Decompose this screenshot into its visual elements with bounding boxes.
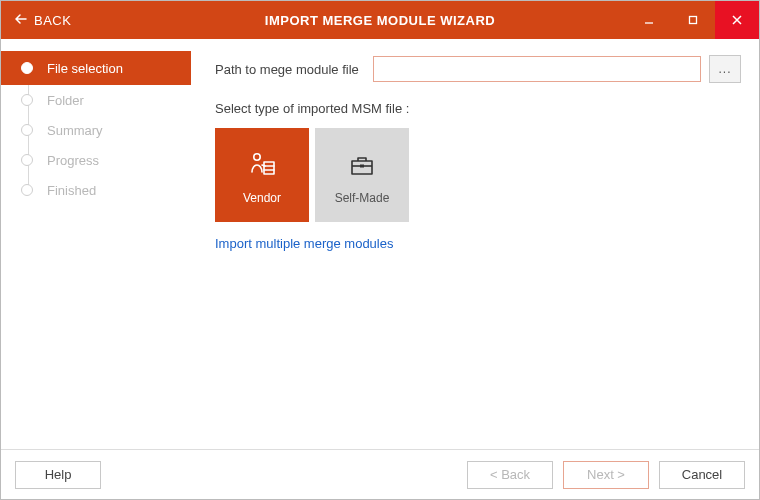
back-label: BACK bbox=[34, 13, 71, 28]
step-file-selection[interactable]: File selection bbox=[1, 51, 191, 85]
browse-label: ... bbox=[718, 62, 731, 76]
cancel-label: Cancel bbox=[682, 467, 722, 482]
content-area: Path to mege module file ... Select type… bbox=[191, 39, 759, 449]
next-button[interactable]: Next > bbox=[563, 461, 649, 489]
step-label: Progress bbox=[47, 153, 99, 168]
body: File selection Folder Summary Progress F… bbox=[1, 39, 759, 449]
step-label: Folder bbox=[47, 93, 84, 108]
step-finished[interactable]: Finished bbox=[1, 175, 191, 205]
path-row: Path to mege module file ... bbox=[215, 55, 741, 83]
step-summary[interactable]: Summary bbox=[1, 115, 191, 145]
path-input[interactable] bbox=[373, 56, 701, 82]
step-folder[interactable]: Folder bbox=[1, 85, 191, 115]
footer: Help < Back Next > Cancel bbox=[1, 449, 759, 499]
minimize-button[interactable] bbox=[627, 1, 671, 39]
step-dot-icon bbox=[21, 154, 33, 166]
svg-rect-5 bbox=[360, 165, 364, 168]
maximize-button[interactable] bbox=[671, 1, 715, 39]
tile-vendor[interactable]: Vendor bbox=[215, 128, 309, 222]
window-controls bbox=[627, 1, 759, 39]
type-tiles: Vendor Self-Made bbox=[215, 128, 741, 222]
import-multiple-link[interactable]: Import multiple merge modules bbox=[215, 236, 741, 251]
select-type-label: Select type of imported MSM file : bbox=[215, 101, 741, 116]
back-button[interactable]: BACK bbox=[1, 1, 85, 39]
tile-selfmade[interactable]: Self-Made bbox=[315, 128, 409, 222]
tile-selfmade-label: Self-Made bbox=[335, 191, 390, 205]
close-button[interactable] bbox=[715, 1, 759, 39]
path-label: Path to mege module file bbox=[215, 62, 359, 77]
vendor-icon bbox=[245, 145, 279, 185]
titlebar: BACK IMPORT MERGE MODULE WIZARD bbox=[1, 1, 759, 39]
step-dot-icon bbox=[21, 62, 33, 74]
wizard-window: BACK IMPORT MERGE MODULE WIZARD File sel… bbox=[0, 0, 760, 500]
step-label: Summary bbox=[47, 123, 103, 138]
briefcase-icon bbox=[347, 145, 377, 185]
step-dot-icon bbox=[21, 184, 33, 196]
step-dot-icon bbox=[21, 94, 33, 106]
step-dot-icon bbox=[21, 124, 33, 136]
help-label: Help bbox=[45, 467, 72, 482]
import-multiple-label: Import multiple merge modules bbox=[215, 236, 393, 251]
svg-rect-1 bbox=[690, 17, 697, 24]
cancel-button[interactable]: Cancel bbox=[659, 461, 745, 489]
help-button[interactable]: Help bbox=[15, 461, 101, 489]
back-nav-button[interactable]: < Back bbox=[467, 461, 553, 489]
step-label: Finished bbox=[47, 183, 96, 198]
tile-vendor-label: Vendor bbox=[243, 191, 281, 205]
browse-button[interactable]: ... bbox=[709, 55, 741, 83]
next-label: Next > bbox=[587, 467, 625, 482]
sidebar: File selection Folder Summary Progress F… bbox=[1, 39, 191, 449]
back-arrow-icon bbox=[15, 13, 27, 27]
svg-point-2 bbox=[254, 154, 260, 160]
wizard-steps: File selection Folder Summary Progress F… bbox=[1, 51, 191, 205]
step-progress[interactable]: Progress bbox=[1, 145, 191, 175]
svg-rect-3 bbox=[264, 162, 274, 174]
step-label: File selection bbox=[47, 61, 123, 76]
back-nav-label: < Back bbox=[490, 467, 530, 482]
